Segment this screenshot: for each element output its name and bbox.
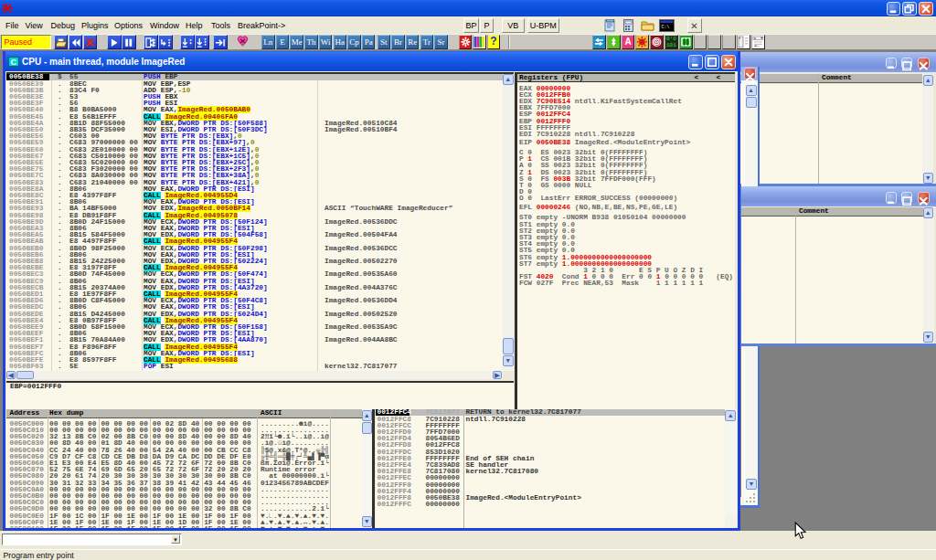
svg-text:C:\: C:\ bbox=[661, 25, 669, 30]
